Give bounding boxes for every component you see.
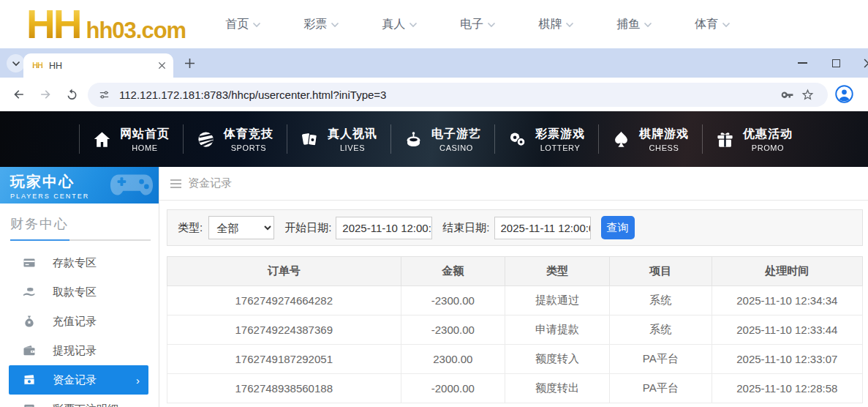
amount-cell: -2300.00 [401, 286, 505, 315]
finance-section-title: 财务中心 [10, 215, 148, 233]
window-minimize-button[interactable] [791, 53, 813, 73]
project-cell: PA平台 [609, 374, 712, 403]
site-nav-label: 真人 [382, 17, 405, 32]
breadcrumb: 资金记录 [159, 167, 868, 201]
order-id-cell: 1762749187292051 [167, 345, 401, 374]
start-date-input[interactable] [336, 217, 432, 239]
end-date-input[interactable] [494, 217, 591, 239]
project-cell: 系统 [609, 315, 712, 345]
sidebar-item-label: 彩票下注明细 [53, 403, 118, 407]
back-arrow-icon [12, 87, 26, 102]
time-cell: 2025-11-10 12:28:58 [712, 374, 862, 403]
chevron-down-icon [12, 61, 20, 67]
chevron-down-icon [331, 22, 339, 28]
site-info-icon[interactable] [98, 89, 110, 101]
game-nav-item[interactable]: 棋牌游戏 CHESS [598, 111, 702, 167]
minimize-icon [798, 62, 807, 64]
chevron-down-icon [409, 22, 418, 28]
plus-icon [184, 58, 195, 69]
bookmark-star-icon[interactable] [797, 85, 818, 105]
site-nav-item[interactable]: 捕鱼 [616, 17, 652, 32]
chevron-down-icon [722, 22, 731, 28]
sidebar-item[interactable]: 彩票下注明细 [0, 395, 159, 407]
site-nav-item[interactable]: 体育 [695, 17, 731, 32]
game-nav-label-zh: 电子游艺 [431, 127, 481, 142]
sidebar-menu: 存款专区 取款专区 充值记录 提现记录 [0, 248, 159, 407]
home-icon [92, 130, 112, 149]
new-tab-button[interactable] [181, 54, 198, 72]
site-nav-item[interactable]: 彩票 [303, 17, 339, 32]
profile-avatar[interactable] [834, 84, 854, 107]
order-id-cell: 1762749224387369 [167, 315, 401, 345]
close-icon [864, 59, 868, 68]
sidebar-item[interactable]: 取款专区 [0, 277, 159, 307]
url-text[interactable]: 112.121.172.181:8783/hhcp/usercenter.htm… [119, 89, 777, 101]
site-logo[interactable]: HH hh03.com [26, 4, 186, 45]
site-nav-item[interactable]: 真人 [382, 17, 418, 32]
sidebar-item[interactable]: 资金记录 › [9, 365, 148, 395]
amount-cell: -2300.00 [401, 315, 505, 345]
table-header-cell: 订单号 [167, 257, 401, 286]
tab-title: HH [49, 61, 158, 71]
sidebar-item-label: 存款专区 [53, 256, 97, 270]
type-select[interactable]: 全部 [208, 216, 274, 239]
search-button[interactable]: 查询 [601, 216, 635, 239]
back-button[interactable] [9, 84, 29, 105]
browser-tabstrip: HH HH [0, 48, 868, 78]
game-nav-label-en: LOTTERY [540, 143, 581, 152]
chevron-down-icon [644, 22, 652, 28]
hand-coins-icon [22, 285, 37, 299]
site-nav-item[interactable]: 首页 [225, 17, 261, 32]
tab-close-icon[interactable] [158, 61, 166, 70]
site-nav-item[interactable]: 棋牌 [538, 17, 574, 32]
hamburger-menu-icon[interactable] [170, 179, 181, 188]
site-nav-item[interactable]: 电子 [460, 17, 496, 32]
sports-ball-icon [196, 130, 216, 149]
cash-record-icon [22, 373, 37, 387]
sidebar-item[interactable]: 提现记录 [0, 336, 159, 365]
lottery-balls-icon [507, 130, 527, 149]
site-nav-label: 首页 [225, 17, 249, 32]
window-close-button[interactable] [857, 53, 868, 73]
game-nav-item[interactable]: 电子游艺 CASINO [390, 111, 494, 167]
site-nav-label: 体育 [695, 17, 718, 32]
game-nav-item[interactable]: 彩票游戏 LOTTERY [494, 111, 598, 167]
browser-tab[interactable]: HH HH [23, 53, 173, 78]
forward-button[interactable] [35, 84, 56, 105]
tab-favicon-icon: HH [32, 61, 42, 70]
gift-icon [715, 130, 735, 149]
list-icon [22, 402, 37, 407]
table-header-cell: 类型 [505, 257, 610, 286]
reload-button[interactable] [61, 84, 82, 105]
sidebar-item-label: 资金记录 [53, 373, 97, 387]
address-bar[interactable]: 112.121.172.181:8783/hhcp/usercenter.htm… [88, 83, 828, 107]
sidebar-item[interactable]: 充值记录 [0, 307, 159, 336]
sidebar-item-label: 充值记录 [53, 315, 97, 329]
game-nav-label-zh: 彩票游戏 [535, 127, 585, 142]
gamepad-icon [109, 168, 154, 201]
game-nav-label-en: CHESS [649, 143, 679, 152]
chevron-down-icon [252, 22, 261, 28]
sidebar-item[interactable]: 存款专区 [0, 248, 159, 277]
money-bag-icon [22, 314, 37, 329]
bank-card-icon [22, 255, 37, 270]
game-nav-item[interactable]: 优惠活动 PROMO [702, 111, 806, 167]
maximize-icon [832, 59, 840, 67]
game-nav-label-zh: 网站首页 [120, 127, 170, 142]
time-cell: 2025-11-10 12:33:07 [712, 345, 862, 374]
game-nav-item[interactable]: 真人视讯 LIVES [287, 111, 390, 167]
sidebar: 玩家中心 PLAYERS CENTER 财务中心 存款专区 取款专区 [0, 167, 159, 407]
table-row: 1762749274664282 -2300.00 提款通过 系统 2025-1… [167, 286, 863, 315]
finance-section: 财务中心 [0, 204, 159, 241]
tab-search-button[interactable] [7, 54, 25, 72]
game-nav-item[interactable]: 网站首页 HOME [79, 111, 183, 167]
game-nav: 网站首页 HOME 体育竞技 SPORTS 真人视讯 LIVES 电子游艺 CA… [0, 111, 868, 167]
password-key-icon[interactable] [777, 85, 797, 105]
game-nav-label-en: LIVES [340, 143, 365, 152]
table-header-cell: 项目 [609, 257, 712, 286]
site-nav-label: 彩票 [303, 17, 327, 32]
window-maximize-button[interactable] [825, 53, 847, 73]
game-nav-item[interactable]: 体育竞技 SPORTS [183, 111, 287, 167]
cards-icon [300, 130, 320, 149]
logo-domain: hh03.com [86, 18, 186, 44]
